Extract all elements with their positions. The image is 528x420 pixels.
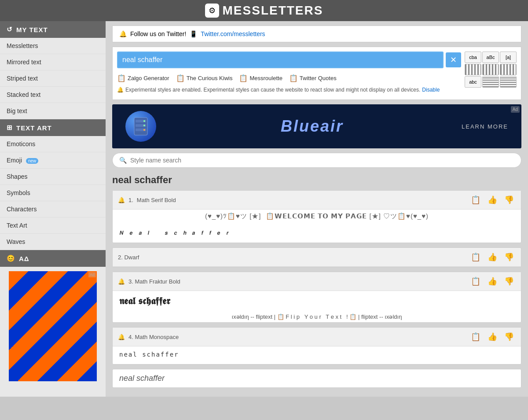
refresh-icon: ↺: [7, 26, 13, 33]
result-4-like[interactable]: 👍: [486, 331, 499, 343]
sidebar-item-big[interactable]: Big text: [0, 103, 106, 119]
results-label: neal schaffer: [112, 174, 521, 186]
logo-icon: ⚙: [205, 4, 219, 18]
result-1-like[interactable]: 👍: [486, 194, 499, 206]
sidebar-item-emoji[interactable]: Emoji new: [0, 152, 106, 169]
result-1-style: Math Serif Bold: [137, 197, 176, 203]
phone-icon: 📱: [190, 30, 197, 37]
result-2-number: 2. Dwarf: [118, 254, 139, 261]
experimental-text: Experimental styles are enabled. Experim…: [125, 87, 420, 93]
grid-icon: ⊞: [7, 124, 13, 132]
server-icon: [132, 115, 150, 137]
result-4: 🔔 4. Math Monospace 📋 👍 👎 𝚗𝚎𝚊𝚕 𝚜𝚌𝚑𝚊𝚏𝚏𝚎𝚛: [112, 327, 521, 365]
style-btn-bracket-a[interactable]: [a]: [500, 52, 517, 63]
svg-point-5: [143, 125, 145, 126]
sidebar-my-text-header: ↺ MY TEXT: [0, 21, 106, 38]
sidebar-advertisement: Ad: [9, 271, 97, 381]
result-3-icon: 🔔: [118, 278, 125, 285]
sidebar-item-mirrored[interactable]: Mirrored text: [0, 54, 106, 70]
result-3: 🔔 3. Math Fraktur Bold 📋 👍 👎 𝖓𝖊𝖆𝖑 𝖘𝖈𝖍𝖆𝖋𝖋…: [112, 272, 521, 323]
main-layout: ↺ MY TEXT Messletters Mirrored text Stri…: [0, 21, 528, 397]
sidebar: ↺ MY TEXT Messletters Mirrored text Stri…: [0, 21, 106, 397]
result-4-content: 𝚗𝚎𝚊𝚕 𝚜𝚌𝚑𝚊𝚏𝚏𝚎𝚛: [113, 346, 521, 364]
result-1: 🔔 1. Math Serif Bold 📋 👍 👎 (♥_♥)ﾂ📋♥ツ [★]…: [112, 190, 521, 243]
input-area: ✕ 📋 Zalgo Generator 📋 The Curious Kiwis …: [112, 47, 521, 100]
svg-point-6: [143, 129, 145, 131]
clear-button[interactable]: ✕: [446, 52, 461, 67]
twitter-quotes-link[interactable]: 📋 Twitter Quotes: [289, 74, 337, 82]
sidebar-item[interactable]: Messletters: [0, 38, 106, 54]
style-btn-striped5[interactable]: [500, 76, 517, 88]
style-btn-striped3[interactable]: [500, 64, 517, 75]
result-1-header: 🔔 1. Math Serif Bold 📋 👍 👎: [113, 191, 521, 210]
sidebar-item-stacked[interactable]: Stacked text: [0, 87, 106, 103]
result-2-like[interactable]: 👍: [486, 251, 499, 263]
twitter-link[interactable]: Twitter.com/messletters: [201, 30, 265, 37]
curious-kiwis-link[interactable]: 📋 The Curious Kiwis: [176, 74, 233, 82]
style-btn-striped1[interactable]: [465, 64, 481, 75]
result-4-actions: 📋 👍 👎: [469, 331, 516, 343]
zalgo-link[interactable]: 📋 Zalgo Generator: [117, 74, 169, 82]
result-3-header: 🔔 3. Math Fraktur Bold 📋 👍 👎: [113, 272, 521, 291]
style-buttons-grid: cba aBc [a] abc: [465, 52, 517, 88]
result-4-header: 🔔 4. Math Monospace 📋 👍 👎: [113, 328, 521, 346]
result-2: 2. Dwarf 📋 👍 👎: [112, 247, 521, 267]
twitter-text: Follow us on Twitter!: [130, 30, 186, 37]
sidebar-item-waves[interactable]: Waves: [0, 234, 106, 250]
result-3-number-style: 3. Math Fraktur Bold: [128, 278, 180, 285]
result-3-like[interactable]: 👍: [486, 276, 499, 287]
header: ⚙ MESSLETTERS: [0, 0, 528, 21]
sidebar-item-symbols[interactable]: Symbols: [0, 185, 106, 201]
messroulette-link[interactable]: 📋 Messroulette: [239, 74, 282, 82]
text-input-row: ✕: [117, 52, 461, 68]
sidebar-ad-header: 😊 αδ: [0, 250, 106, 267]
ad-circle-logo: [125, 111, 156, 142]
sidebar-item-shapes[interactable]: Shapes: [0, 169, 106, 185]
ad-indicator: Ad: [511, 106, 520, 113]
sidebar-item-text-art[interactable]: Text Art: [0, 217, 106, 234]
result-3-dislike[interactable]: 👎: [502, 276, 516, 287]
sidebar-item-emoticons[interactable]: Emoticons: [0, 136, 106, 152]
content-area: 🔔 Follow us on Twitter! 📱 Twitter.com/me…: [106, 21, 528, 397]
result-4-dislike[interactable]: 👎: [502, 331, 516, 343]
result-4-copy[interactable]: 📋: [469, 331, 482, 343]
result-3-actions: 📋 👍 👎: [469, 276, 516, 287]
result-1-actions: 📋 👍 👎: [469, 194, 516, 206]
logo-text: MESSLETTERS: [223, 4, 323, 18]
result-3-copy[interactable]: 📋: [469, 276, 482, 287]
result-2-copy[interactable]: 📋: [469, 251, 482, 263]
style-search: 🔍: [112, 153, 521, 168]
result-5-content: neal schaffer: [113, 369, 521, 387]
result-1-icon: 🔔: [118, 197, 125, 203]
style-btn-abc2[interactable]: abc: [465, 76, 481, 88]
result-2-dislike[interactable]: 👎: [502, 251, 516, 263]
result-2-header: 2. Dwarf 📋 👍 👎: [113, 248, 521, 267]
svg-point-4: [143, 120, 145, 122]
ad-learn-more[interactable]: LEARN MORE: [462, 123, 508, 130]
new-badge: new: [26, 158, 38, 164]
result-4-icon: 🔔: [118, 334, 125, 340]
sidebar-item-striped[interactable]: Striped text: [0, 70, 106, 87]
result-4-number-style: 4. Math Monospace: [128, 334, 179, 340]
warning-icon: 🔔: [117, 87, 124, 93]
style-btn-striped4[interactable]: [482, 76, 499, 88]
style-btn-abc[interactable]: aBc: [482, 52, 499, 63]
advertisement-banner: Blueair LEARN MORE Ad: [112, 104, 521, 148]
twitter-banner: 🔔 Follow us on Twitter! 📱 Twitter.com/me…: [112, 26, 521, 42]
style-btn-cba[interactable]: cba: [465, 52, 481, 63]
style-btn-striped2[interactable]: [482, 64, 499, 75]
result-3-content: 𝖓𝖊𝖆𝖑 𝖘𝖈𝖍𝖆𝖋𝖋𝖊𝖗: [113, 291, 521, 311]
nav-links-row: 📋 Zalgo Generator 📋 The Curious Kiwis 📋 …: [117, 72, 461, 85]
result-1-dislike[interactable]: 👎: [502, 194, 516, 206]
result-3-flip: ıxəldıη -- fliptext | 📋 F l i p Y o u r …: [113, 311, 521, 322]
ad-logo-text: Blueair: [281, 117, 344, 136]
result-1-number: 1.: [128, 197, 133, 203]
disable-link[interactable]: Disable: [422, 87, 440, 93]
sidebar-item-characters[interactable]: Characters: [0, 201, 106, 217]
twitter-icon: 🔔: [119, 30, 127, 37]
style-search-input[interactable]: [130, 157, 514, 164]
result-1-content: 𝙉 𝙚 𝙖 𝙡 𝙨 𝙘 𝙝 𝙖 𝙛 𝙛 𝙚 𝙧: [113, 225, 521, 243]
result-1-copy[interactable]: 📋: [469, 194, 482, 206]
sidebar-text-art-header: ⊞ TEXT ART: [0, 119, 106, 136]
text-input[interactable]: [117, 52, 444, 68]
